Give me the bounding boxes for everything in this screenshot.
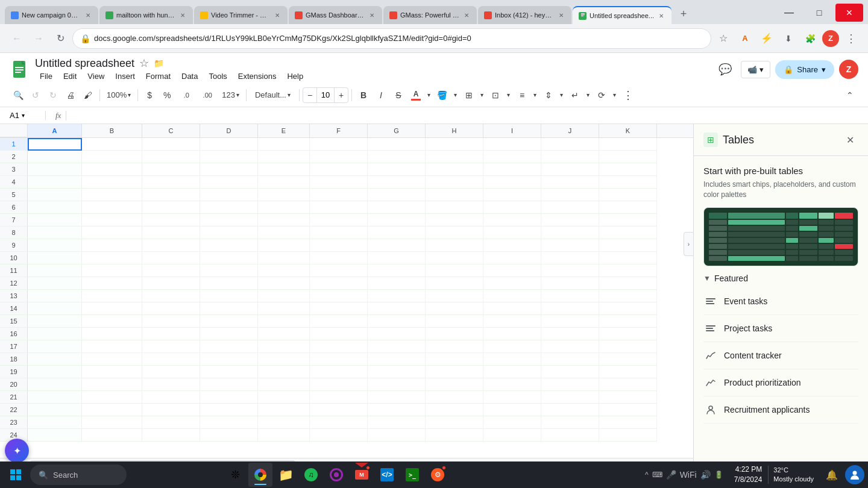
grid-cell[interactable] — [200, 315, 258, 328]
grid-cell[interactable] — [541, 429, 599, 442]
grid-cell[interactable] — [599, 227, 657, 239]
grid-cell[interactable] — [142, 189, 200, 201]
taskbar-app-explorer[interactable]: 📁 — [274, 463, 298, 487]
grid-cell[interactable] — [82, 315, 142, 328]
col-header-e[interactable]: E — [258, 124, 310, 137]
grid-cell[interactable] — [142, 429, 200, 442]
grid-cell[interactable] — [310, 366, 368, 378]
grid-cell[interactable] — [258, 214, 310, 227]
grid-cell[interactable] — [368, 429, 426, 442]
row-number[interactable]: 22 — [0, 404, 28, 416]
grid-cell[interactable] — [258, 227, 310, 239]
close-button[interactable]: ✕ — [835, 4, 863, 22]
tab-close-btn[interactable]: ✕ — [273, 11, 281, 19]
taskbar-search-bar[interactable]: 🔍 Search — [30, 465, 127, 485]
taskbar-user-avatar[interactable] — [845, 465, 864, 484]
grid-cell[interactable] — [541, 366, 599, 378]
grid-cell[interactable] — [258, 328, 310, 340]
fill-color-dropdown[interactable]: ▾ — [451, 87, 460, 104]
grid-cell[interactable] — [200, 416, 258, 429]
grid-cell[interactable] — [310, 340, 368, 353]
notification-button[interactable]: 🔔 — [821, 464, 843, 486]
h-align-button[interactable]: ≡ — [514, 87, 530, 104]
menu-data[interactable]: Data — [177, 70, 203, 82]
system-tray-icon-1[interactable]: ^ — [645, 471, 649, 479]
grid-cell[interactable] — [310, 315, 368, 328]
grid-cell[interactable] — [28, 189, 82, 201]
grid-cell[interactable] — [426, 378, 483, 391]
grid-cell[interactable] — [599, 264, 657, 277]
grid-cell[interactable] — [258, 366, 310, 378]
grid-cell[interactable] — [142, 302, 200, 315]
grid-cell[interactable] — [310, 277, 368, 290]
grid-cell[interactable] — [483, 239, 541, 252]
grid-cell[interactable] — [599, 429, 657, 442]
grid-cell[interactable] — [483, 366, 541, 378]
featured-section-header[interactable]: ▼ Featured — [703, 274, 858, 283]
grid-cell[interactable] — [541, 290, 599, 302]
print-button[interactable]: 🖨 — [62, 87, 79, 104]
grid-cell[interactable] — [368, 315, 426, 328]
grid-cell[interactable] — [541, 138, 599, 151]
grid-cell[interactable] — [426, 239, 483, 252]
taskbar-widgets-button[interactable]: ❊ — [223, 463, 247, 487]
row-number[interactable]: 10 — [0, 252, 28, 264]
grid-cell[interactable] — [82, 227, 142, 239]
grid-cell[interactable] — [541, 214, 599, 227]
grid-cell[interactable] — [28, 404, 82, 416]
grid-cell[interactable] — [426, 340, 483, 353]
borders-dropdown[interactable]: ▾ — [478, 87, 486, 104]
ext-puzzle-icon[interactable]: 🧩 — [800, 29, 820, 48]
grid-cell[interactable] — [82, 277, 142, 290]
menu-file[interactable]: File — [35, 70, 57, 82]
grid-cell[interactable] — [599, 302, 657, 315]
tab-close-btn[interactable]: ✕ — [657, 11, 665, 20]
grid-cell[interactable] — [368, 416, 426, 429]
col-header-h[interactable]: H — [426, 124, 483, 137]
grid-cell[interactable] — [82, 239, 142, 252]
grid-cell[interactable] — [258, 138, 310, 151]
grid-cell[interactable] — [426, 264, 483, 277]
mic-icon[interactable]: 🎤 — [666, 470, 676, 480]
tab-close-btn[interactable]: ✕ — [557, 11, 565, 19]
grid-cell[interactable] — [310, 391, 368, 404]
grid-cell[interactable] — [368, 391, 426, 404]
row-number[interactable]: 20 — [0, 378, 28, 391]
text-color-button[interactable]: A — [407, 87, 424, 104]
grid-cell[interactable] — [200, 239, 258, 252]
bookmark-button[interactable]: ☆ — [714, 29, 733, 48]
grid-cell[interactable] — [426, 252, 483, 264]
grid-cell[interactable] — [541, 353, 599, 366]
star-button[interactable]: ☆ — [139, 57, 149, 70]
grid-cell[interactable] — [483, 277, 541, 290]
font-size-input[interactable] — [316, 88, 335, 102]
taskbar-app-chrome[interactable] — [248, 463, 272, 487]
grid-cell[interactable] — [142, 391, 200, 404]
battery-icon[interactable]: 🔋 — [714, 471, 723, 479]
grid-cell[interactable] — [28, 239, 82, 252]
format-number-selector[interactable]: 123 ▾ — [218, 89, 243, 101]
grid-cell[interactable] — [258, 277, 310, 290]
grid-cell[interactable] — [28, 227, 82, 239]
grid-cell[interactable] — [426, 328, 483, 340]
row-number[interactable]: 13 — [0, 290, 28, 302]
grid-cell[interactable] — [200, 151, 258, 163]
grid-cell[interactable] — [142, 416, 200, 429]
grid-cell[interactable] — [82, 176, 142, 189]
grid-cell[interactable] — [541, 416, 599, 429]
windows-start-button[interactable] — [4, 463, 28, 487]
row-number[interactable]: 19 — [0, 366, 28, 378]
grid-cell[interactable] — [82, 201, 142, 214]
grid-cell[interactable] — [142, 378, 200, 391]
grid-cell[interactable] — [142, 404, 200, 416]
grid-cell[interactable] — [82, 391, 142, 404]
grid-cell[interactable] — [258, 353, 310, 366]
grid-cell[interactable] — [258, 239, 310, 252]
browser-menu-button[interactable]: ⋮ — [841, 29, 861, 48]
grid-cell[interactable] — [28, 163, 82, 176]
grid-cell[interactable] — [82, 214, 142, 227]
ai-assist-button[interactable]: ✦ — [5, 439, 29, 463]
row-number[interactable]: 1 — [0, 138, 28, 151]
grid-cell[interactable] — [483, 378, 541, 391]
grid-cell[interactable] — [82, 138, 142, 151]
